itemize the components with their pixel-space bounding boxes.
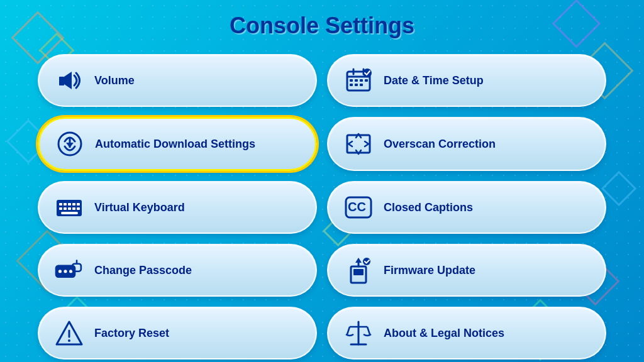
svg-rect-17 [347, 135, 370, 153]
about-legal-label: About & Legal Notices [384, 327, 504, 340]
svg-rect-27 [72, 207, 75, 210]
svg-rect-20 [64, 203, 67, 206]
svg-rect-24 [59, 207, 62, 210]
svg-line-50 [367, 327, 370, 334]
svg-rect-0 [59, 77, 64, 85]
svg-rect-8 [360, 79, 363, 82]
svg-point-45 [68, 339, 70, 342]
cc-icon: CC [341, 190, 376, 225]
download-icon [52, 126, 87, 162]
closed-captions-label: Closed Captions [384, 201, 473, 214]
svg-marker-1 [64, 72, 72, 89]
overscan-icon [341, 126, 376, 162]
overscan-label: Overscan Correction [384, 138, 496, 151]
factory-reset-button[interactable]: Factory Reset [38, 307, 317, 359]
warning-icon [52, 315, 87, 351]
svg-rect-9 [365, 79, 368, 82]
page-title: Console Settings [38, 13, 606, 39]
svg-rect-19 [59, 203, 62, 206]
svg-point-34 [64, 270, 67, 273]
virtual-keyboard-button[interactable]: Virtual Keyboard [38, 181, 317, 234]
date-time-label: Date & Time Setup [384, 74, 484, 87]
svg-rect-6 [350, 79, 353, 82]
svg-text:CC: CC [348, 200, 366, 214]
calendar-icon [341, 63, 376, 98]
svg-rect-11 [355, 84, 358, 86]
svg-rect-10 [350, 84, 353, 86]
factory-reset-label: Factory Reset [94, 327, 169, 340]
svg-point-33 [58, 270, 62, 273]
volume-label: Volume [94, 74, 135, 87]
svg-rect-7 [355, 79, 358, 82]
svg-rect-12 [360, 84, 363, 86]
keyboard-icon [52, 190, 87, 225]
change-passcode-button[interactable]: Change Passcode [38, 244, 317, 297]
page-content: Console Settings Volume [0, 0, 644, 362]
virtual-keyboard-label: Virtual Keyboard [94, 201, 185, 214]
auto-download-label: Automatic Download Settings [95, 138, 255, 151]
svg-rect-28 [77, 207, 80, 210]
svg-rect-26 [68, 207, 71, 210]
passcode-icon [52, 253, 87, 288]
svg-line-49 [347, 327, 350, 334]
svg-rect-25 [64, 207, 67, 210]
volume-icon [52, 63, 87, 98]
svg-marker-41 [355, 258, 362, 263]
firmware-update-label: Firmware Update [384, 264, 475, 277]
svg-rect-29 [61, 212, 78, 214]
svg-rect-39 [353, 269, 364, 275]
change-passcode-label: Change Passcode [94, 264, 192, 277]
about-legal-button[interactable]: About & Legal Notices [327, 307, 606, 359]
closed-captions-button[interactable]: CC Closed Captions [327, 181, 606, 234]
volume-button[interactable]: Volume [38, 54, 317, 107]
date-time-button[interactable]: Date & Time Setup [327, 54, 606, 107]
firmware-update-button[interactable]: Firmware Update [327, 244, 606, 297]
svg-rect-23 [77, 203, 80, 206]
svg-point-42 [363, 258, 370, 265]
svg-rect-22 [72, 203, 75, 206]
firmware-icon [341, 253, 376, 288]
svg-rect-21 [68, 203, 71, 206]
settings-grid: Volume [38, 54, 606, 359]
overscan-button[interactable]: Overscan Correction [327, 117, 606, 171]
auto-download-button[interactable]: Automatic Download Settings [38, 117, 317, 171]
scales-icon [341, 315, 376, 351]
